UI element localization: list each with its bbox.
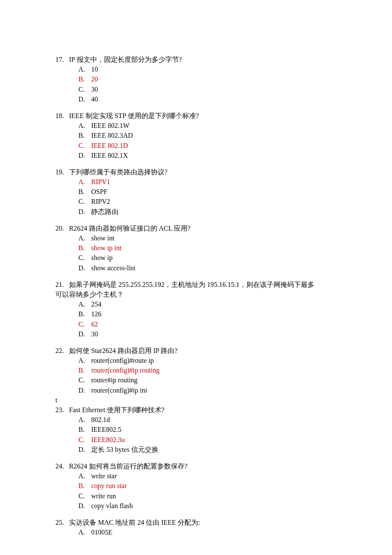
option-19-B: B.OSPF: [55, 187, 337, 197]
question-21-options: A.254 B.126 C.62 D.30: [55, 299, 337, 339]
option-22-D: D.router(config)#ip ini: [55, 385, 337, 395]
question-number: 19.: [55, 168, 64, 176]
option-text: 802.1d: [91, 416, 110, 423]
question-text: IEEE 制定实现 STP 使用的是下列哪个标准?: [69, 112, 199, 119]
question-19-prompt: 19.下列哪些属于有类路由选择协议?: [55, 167, 337, 177]
question-number: 25.: [55, 519, 64, 526]
option-24-B: B.copy run star: [55, 481, 337, 491]
option-text: router(config)#ip ini: [91, 387, 147, 394]
question-17-options: A.10 B.20 C.30 D.40: [55, 64, 337, 104]
question-25: 25.实达设备 MAC 地址前 24 位由 IEEE 分配为: A.01005E: [55, 517, 337, 537]
option-text: 30: [91, 86, 98, 93]
option-18-C: C.IEEE 802.1D: [55, 141, 337, 150]
option-23-C: C.IEEE802.3u: [55, 435, 337, 445]
question-17-prompt: 17.IP 报文中，固定长度部分为多少字节?: [55, 55, 337, 64]
question-21-prompt-line2: 可以容纳多少个主机？: [55, 289, 337, 299]
option-24-A: A.write star: [55, 471, 337, 481]
option-18-D: D.IEEE 802.1X: [55, 150, 337, 160]
option-text: 254: [91, 301, 101, 308]
option-text: RIPV2: [91, 198, 110, 205]
option-17-C: C.30: [55, 84, 337, 94]
question-24-prompt: 24.R2624 如何将当前运行的配置参数保存?: [55, 461, 337, 471]
question-24: 24.R2624 如何将当前运行的配置参数保存? A.write star B.…: [55, 461, 337, 511]
question-text: IP 报文中，固定长度部分为多少字节?: [69, 56, 182, 63]
question-23: 23.Fast Ethernet 使用下列哪种技术? A.802.1d B.IE…: [55, 405, 337, 454]
option-text: 62: [91, 321, 98, 328]
option-20-A: A.show int: [55, 233, 337, 243]
question-text: 如果子网掩码是 255.255.255.192，主机地址为 195.16.15.…: [69, 281, 314, 288]
stray-text-t: t: [55, 395, 337, 405]
question-17: 17.IP 报文中，固定长度部分为多少字节? A.10 B.20 C.30 D.…: [55, 55, 337, 104]
question-21-prompt-line1: 21.如果子网掩码是 255.255.255.192，主机地址为 195.16.…: [55, 280, 337, 289]
document-page: 17.IP 报文中，固定长度部分为多少字节? A.10 B.20 C.30 D.…: [0, 0, 392, 555]
option-text: 20: [91, 75, 98, 83]
option-text: 定长 53 bytes 信元交换: [91, 446, 159, 453]
option-24-C: C.write run: [55, 491, 337, 501]
question-20: 20.R2624 路由器如何验证接口的 ACL 应用? A.show int B…: [55, 223, 337, 273]
question-text: 下列哪些属于有类路由选择协议?: [69, 168, 167, 176]
question-text: R2624 路由器如何验证接口的 ACL 应用?: [69, 225, 190, 232]
option-text: RIPV1: [91, 178, 110, 185]
question-20-options: A.show int B.show ip int C.show ip D.sho…: [55, 233, 337, 273]
question-19: 19.下列哪些属于有类路由选择协议? A.RIPV1 B.OSPF C.RIPV…: [55, 167, 337, 217]
question-18: 18.IEEE 制定实现 STP 使用的是下列哪个标准? A.IEEE 802.…: [55, 111, 337, 160]
option-23-D: D.定长 53 bytes 信元交换: [55, 445, 337, 454]
option-text: show ip: [91, 254, 112, 261]
question-21: 21.如果子网掩码是 255.255.255.192，主机地址为 195.16.…: [55, 280, 337, 339]
option-text: router#ip routing: [91, 376, 138, 384]
option-18-B: B.IEEE 802.3AD: [55, 130, 337, 140]
option-text: write star: [91, 472, 117, 480]
question-text: 可以容纳多少个主机？: [55, 291, 124, 298]
option-text: show int: [91, 234, 115, 242]
option-text: show ip int: [91, 244, 121, 251]
option-22-A: A.router(config)#route ip: [55, 356, 337, 365]
option-22-B: B.router(config)#ip routing: [55, 365, 337, 375]
option-text: router(config)#ip routing: [91, 367, 159, 374]
option-20-C: C.show ip: [55, 253, 337, 263]
question-22-options: A.router(config)#route ip B.router(confi…: [55, 356, 337, 395]
option-25-A: A.01005E: [55, 527, 337, 537]
option-text: 40: [91, 95, 98, 103]
question-text: 如何使 Star2624 路由器启用 IP 路由?: [69, 347, 178, 354]
question-22: 22.如何使 Star2624 路由器启用 IP 路由? A.router(co…: [55, 346, 337, 395]
option-text: copy vlan flash: [91, 502, 133, 509]
option-text: IEEE 802.1D: [91, 142, 128, 149]
option-text: IEEE802.3u: [91, 436, 125, 443]
question-number: 24.: [55, 462, 64, 470]
option-text: 静态路由: [91, 208, 118, 215]
option-17-D: D.40: [55, 94, 337, 104]
option-text: OSPF: [91, 188, 107, 195]
question-number: 17.: [55, 56, 64, 63]
option-19-C: C.RIPV2: [55, 197, 337, 206]
option-20-D: D.show access-list: [55, 263, 337, 273]
option-21-C: C.62: [55, 319, 337, 329]
question-number: 23.: [55, 406, 64, 413]
option-21-D: D.30: [55, 329, 337, 339]
option-21-B: B.126: [55, 309, 337, 319]
option-18-A: A.IEEE 802.1W: [55, 121, 337, 130]
question-25-options: A.01005E: [55, 527, 337, 537]
option-17-A: A.10: [55, 64, 337, 74]
question-number: 20.: [55, 225, 64, 232]
question-22-prompt: 22.如何使 Star2624 路由器启用 IP 路由?: [55, 346, 337, 356]
question-text: Fast Ethernet 使用下列哪种技术?: [69, 406, 164, 413]
option-23-A: A.802.1d: [55, 415, 337, 425]
option-text: 01005E: [91, 529, 112, 536]
option-text: IEEE 802.3AD: [91, 132, 133, 139]
question-24-options: A.write star B.copy run star C.write run…: [55, 471, 337, 511]
question-number: 21.: [55, 281, 64, 288]
option-text: router(config)#route ip: [91, 357, 154, 364]
question-19-options: A.RIPV1 B.OSPF C.RIPV2 D.静态路由: [55, 177, 337, 217]
option-text: IEEE 802.1W: [91, 122, 130, 129]
option-17-B: B.20: [55, 74, 337, 84]
question-text: 实达设备 MAC 地址前 24 位由 IEEE 分配为:: [69, 519, 200, 526]
option-text: copy run star: [91, 482, 127, 489]
option-20-B: B.show ip int: [55, 243, 337, 253]
question-18-prompt: 18.IEEE 制定实现 STP 使用的是下列哪个标准?: [55, 111, 337, 121]
question-number: 22.: [55, 347, 64, 354]
option-19-D: D.静态路由: [55, 207, 337, 217]
option-text: 10: [91, 66, 98, 73]
option-19-A: A.RIPV1: [55, 177, 337, 187]
option-text: IEEE 802.1X: [91, 152, 128, 159]
question-25-prompt: 25.实达设备 MAC 地址前 24 位由 IEEE 分配为:: [55, 517, 337, 527]
